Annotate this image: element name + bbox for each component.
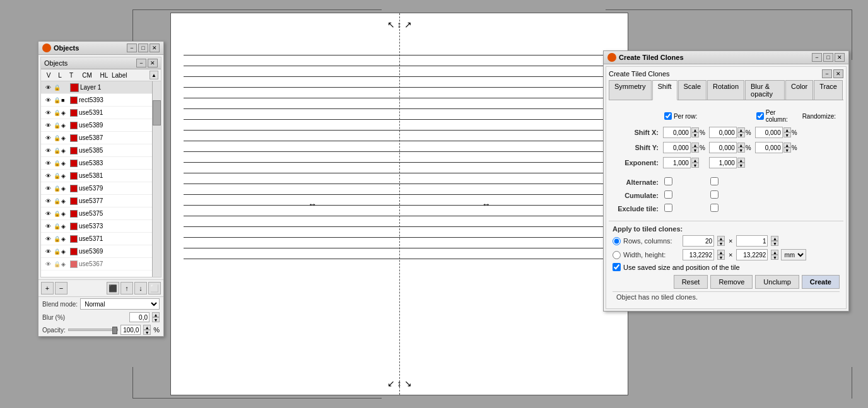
inner-clones-close-btn[interactable]: ✕ [833, 69, 843, 78]
cumulate-col-checkbox[interactable] [710, 190, 718, 199]
handle-mid-left[interactable]: ↔ [308, 199, 317, 209]
create-button[interactable]: Create [802, 275, 840, 289]
list-item[interactable]: 👁 🔒 ◈ use5383 [41, 157, 161, 170]
spin-down[interactable]: ▼ [717, 241, 725, 246]
inner-clones-min-btn[interactable]: − [822, 69, 832, 78]
spin-down[interactable]: ▼ [771, 255, 778, 260]
list-item[interactable]: 👁 🔒 ◈ use5369 [41, 245, 161, 258]
move-up-button[interactable]: ↑ [120, 282, 133, 294]
exclude-row-checkbox[interactable] [664, 204, 672, 212]
clones-minimize-btn[interactable]: − [812, 53, 822, 62]
use-saved-checkbox[interactable] [613, 263, 621, 271]
list-item[interactable]: 👁 🔒 ◈ use5391 [41, 107, 161, 119]
clones-maximize-btn[interactable]: □ [823, 53, 833, 62]
blend-mode-select[interactable]: Normal [80, 298, 160, 310]
spin-down[interactable]: ▼ [737, 132, 745, 137]
clones-close-btn[interactable]: ✕ [835, 53, 845, 62]
spin-down[interactable]: ▼ [717, 255, 725, 260]
rows-value[interactable] [683, 235, 714, 247]
spin-up[interactable]: ▲ [737, 158, 745, 163]
spin-up[interactable]: ▲ [691, 127, 699, 132]
opacity-value[interactable] [120, 325, 141, 335]
drawing-canvas[interactable]: ↖↕↗ ↔ ↔ [170, 13, 628, 395]
spin-up[interactable]: ▲ [691, 158, 699, 163]
alternate-col-checkbox[interactable] [710, 177, 718, 185]
handle-mid-right[interactable]: ↔ [482, 199, 491, 209]
blur-down-btn[interactable]: ▼ [152, 317, 160, 322]
move-to-top-button[interactable]: ⬛ [107, 282, 119, 294]
spin-down[interactable]: ▼ [691, 163, 699, 168]
spin-up[interactable]: ▲ [737, 127, 745, 132]
opacity-slider[interactable] [68, 329, 119, 331]
spin-down[interactable]: ▼ [737, 163, 745, 168]
opacity-down-btn[interactable]: ▼ [143, 330, 151, 335]
scrollbar[interactable] [152, 81, 161, 277]
list-item[interactable]: 👁 🔒 ◈ use5387 [41, 132, 161, 144]
shift-y-row-value[interactable] [663, 142, 691, 153]
shift-x-col-value[interactable] [709, 127, 737, 138]
spin-down[interactable]: ▼ [691, 132, 699, 137]
shift-x-rand-value[interactable] [755, 127, 783, 138]
width-height-radio[interactable] [613, 251, 621, 259]
spin-up[interactable]: ▲ [717, 250, 725, 255]
minimize-button[interactable]: − [127, 44, 137, 52]
spin-down[interactable]: ▼ [783, 132, 791, 137]
opacity-up-btn[interactable]: ▲ [143, 325, 151, 330]
tab-shift[interactable]: Shift [652, 80, 677, 100]
move-to-bottom-button[interactable]: ⬜ [148, 282, 161, 294]
spin-down[interactable]: ▼ [783, 148, 791, 153]
move-down-button[interactable]: ↓ [134, 282, 147, 294]
handle-bottom[interactable]: ↙↕↘ [387, 378, 412, 388]
remove-object-button[interactable]: − [55, 282, 67, 294]
cumulate-row-checkbox[interactable] [664, 190, 672, 199]
spin-up[interactable]: ▲ [783, 127, 791, 132]
tab-scale[interactable]: Scale [678, 80, 707, 100]
spin-up[interactable]: ▲ [717, 236, 725, 241]
list-item[interactable]: 👁 🔒 ◈ use5385 [41, 144, 161, 157]
spin-down[interactable]: ▼ [691, 148, 699, 153]
spin-down[interactable]: ▼ [771, 241, 778, 246]
list-item[interactable]: 👁 🔒 ■ rect5393 [41, 94, 161, 107]
object-list[interactable]: 👁 🔒 Layer 1 👁 🔒 ■ rect5393 👁 🔒 ◈ use5391 [41, 81, 161, 277]
tab-symmetry[interactable]: Symmetry [609, 80, 652, 100]
list-item[interactable]: 👁 🔒 ◈ use5389 [41, 119, 161, 132]
alternate-row-checkbox[interactable] [664, 177, 672, 185]
blur-value[interactable] [129, 312, 150, 322]
list-item[interactable]: 👁 🔒 Layer 1 [41, 81, 161, 94]
shift-x-row-value[interactable] [663, 127, 691, 138]
tab-rotation[interactable]: Rotation [707, 80, 744, 100]
inner-close-btn[interactable]: ✕ [148, 59, 158, 67]
list-item[interactable]: 👁 🔒 ◈ use5379 [41, 182, 161, 195]
width-value[interactable] [683, 249, 714, 260]
list-item[interactable]: 👁 🔒 ◈ use5375 [41, 207, 161, 220]
list-item[interactable]: 👁 🔒 ◈ use5381 [41, 170, 161, 182]
exponent-row-value[interactable] [663, 157, 691, 168]
exponent-col-value[interactable] [709, 157, 737, 168]
maximize-button[interactable]: □ [138, 44, 148, 52]
inner-minimize-btn[interactable]: − [136, 59, 146, 67]
tab-trace[interactable]: Trace [814, 80, 843, 100]
shift-y-col-value[interactable] [709, 142, 737, 153]
tab-color[interactable]: Color [785, 80, 813, 100]
blur-up-btn[interactable]: ▲ [152, 312, 160, 317]
reset-button[interactable]: Reset [674, 275, 708, 289]
opacity-thumb[interactable] [112, 327, 117, 334]
spin-up[interactable]: ▲ [771, 236, 778, 241]
list-item[interactable]: 👁 🔒 ◈ use5371 [41, 233, 161, 245]
spin-up[interactable]: ▲ [691, 143, 699, 148]
remove-button[interactable]: Remove [710, 275, 753, 289]
per-row-checkbox[interactable] [664, 112, 672, 120]
rows-cols-radio[interactable] [613, 237, 621, 245]
scroll-thumb[interactable] [153, 100, 161, 125]
per-col-checkbox[interactable] [756, 112, 764, 120]
list-item[interactable]: 👁 🔒 ◈ use5367 [41, 258, 161, 271]
scroll-up-btn[interactable]: ▲ [150, 71, 158, 79]
list-item[interactable]: 👁 🔒 ◈ use5377 [41, 195, 161, 207]
unclump-button[interactable]: Unclump [755, 275, 799, 289]
spin-up[interactable]: ▲ [783, 143, 791, 148]
cols-value[interactable] [736, 235, 768, 247]
close-button[interactable]: ✕ [150, 44, 160, 52]
unit-select[interactable]: mm px in [781, 249, 806, 260]
spin-up[interactable]: ▲ [737, 143, 745, 148]
shift-y-rand-value[interactable] [755, 142, 783, 153]
